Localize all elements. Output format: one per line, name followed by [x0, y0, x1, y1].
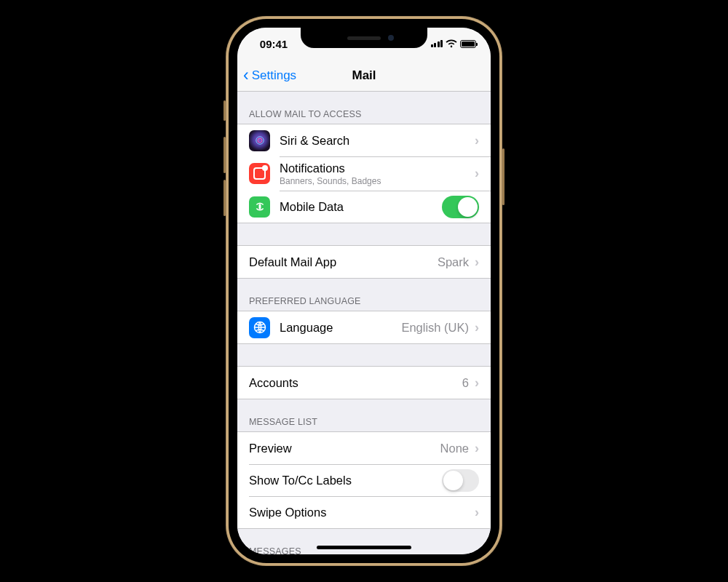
- section-header-access: ALLOW MAIL TO ACCESS: [237, 92, 491, 124]
- svg-point-1: [258, 138, 262, 143]
- notifications-icon: [249, 163, 270, 184]
- svg-point-0: [256, 137, 264, 145]
- section-header-language: PREFERRED LANGUAGE: [237, 279, 491, 311]
- globe-icon: [249, 317, 270, 338]
- volume-down-button: [223, 180, 226, 216]
- show-to-cc-toggle[interactable]: [442, 469, 479, 492]
- row-label: Notifications: [280, 161, 475, 176]
- row-siri-search[interactable]: Siri & Search ›: [237, 124, 491, 156]
- row-show-to-cc[interactable]: Show To/Cc Labels: [237, 464, 491, 496]
- row-label: Language: [280, 320, 401, 335]
- row-value: English (UK): [401, 321, 469, 335]
- cellular-icon: [431, 40, 443, 47]
- row-label: Show To/Cc Labels: [249, 473, 442, 488]
- siri-icon: [249, 130, 270, 151]
- chevron-right-icon: ›: [475, 375, 479, 391]
- row-default-mail-app[interactable]: Default Mail App Spark ›: [237, 246, 491, 278]
- settings-content[interactable]: ALLOW MAIL TO ACCESS Siri & Search › Not…: [237, 92, 491, 554]
- mobile-data-toggle[interactable]: [442, 196, 479, 218]
- row-mobile-data[interactable]: Mobile Data: [237, 191, 491, 223]
- chevron-left-icon: ‹: [243, 67, 249, 84]
- back-label: Settings: [252, 68, 296, 83]
- power-button: [502, 148, 505, 205]
- row-label: Siri & Search: [280, 133, 475, 148]
- chevron-right-icon: ›: [475, 133, 479, 148]
- mute-switch: [223, 100, 226, 121]
- section-header-messages: MESSAGES: [237, 529, 491, 554]
- chevron-right-icon: ›: [475, 320, 479, 335]
- row-label: Mobile Data: [280, 199, 442, 215]
- volume-up-button: [223, 137, 226, 173]
- chevron-right-icon: ›: [475, 505, 479, 520]
- home-indicator[interactable]: [317, 546, 411, 549]
- row-value: None: [440, 442, 469, 455]
- row-swipe-options[interactable]: Swipe Options ›: [237, 496, 491, 528]
- section-header-message-list: MESSAGE LIST: [237, 399, 491, 431]
- row-value: 6: [462, 376, 469, 390]
- chevron-right-icon: ›: [475, 255, 479, 270]
- row-sublabel: Banners, Sounds, Badges: [280, 176, 475, 186]
- phone-frame: 09:41 ‹ Settings Mail ALLOW MAIL TO ACCE…: [226, 16, 502, 566]
- chevron-right-icon: ›: [475, 441, 479, 456]
- row-notifications[interactable]: Notifications Banners, Sounds, Badges ›: [237, 156, 491, 191]
- row-preview[interactable]: Preview None ›: [237, 432, 491, 464]
- back-button[interactable]: ‹ Settings: [243, 67, 296, 84]
- screen: 09:41 ‹ Settings Mail ALLOW MAIL TO ACCE…: [237, 28, 491, 554]
- status-time: 09:41: [252, 38, 296, 50]
- row-label: Preview: [249, 441, 440, 456]
- notch: [301, 28, 427, 48]
- nav-bar: ‹ Settings Mail: [237, 60, 491, 92]
- battery-icon: [460, 40, 476, 48]
- wifi-icon: [446, 39, 457, 48]
- row-label: Swipe Options: [249, 505, 475, 520]
- row-language[interactable]: Language English (UK) ›: [237, 311, 491, 343]
- row-value: Spark: [438, 255, 469, 269]
- chevron-right-icon: ›: [475, 166, 479, 181]
- row-label: Accounts: [249, 375, 462, 391]
- mobile-data-icon: [249, 196, 270, 218]
- row-accounts[interactable]: Accounts 6 ›: [237, 367, 491, 399]
- row-label: Default Mail App: [249, 255, 438, 270]
